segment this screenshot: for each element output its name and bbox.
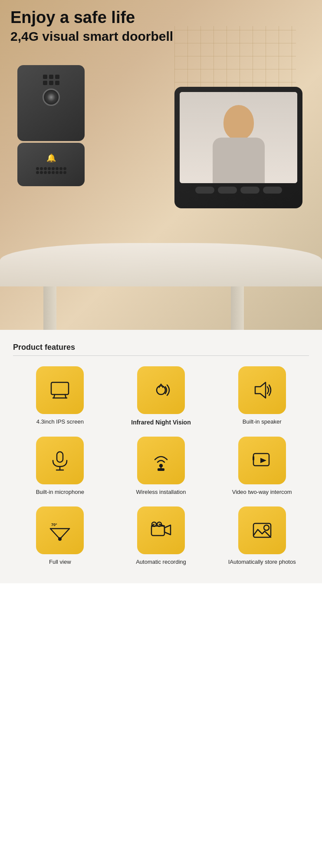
feature-recording: Automatic recording (114, 506, 208, 566)
features-grid: 4.3inch IPS screen Infrared Night Vision (13, 366, 309, 566)
table-surface (0, 243, 322, 286)
svg-rect-11 (158, 468, 164, 471)
svg-marker-5 (255, 382, 266, 398)
spk-dot (44, 167, 47, 170)
dot-2 (49, 75, 53, 79)
doorbell-camera-unit (17, 65, 85, 141)
table-leg-left (43, 286, 56, 330)
wireless-icon (150, 449, 172, 472)
monitor-screen (180, 92, 297, 183)
feature-icon-photos (238, 506, 286, 554)
doorbell-speaker-unit: 🔔 (17, 143, 85, 186)
dot-3 (55, 75, 59, 79)
svg-text:70°: 70° (51, 523, 57, 527)
monitor-btn-2 (218, 187, 237, 194)
person-head (223, 105, 254, 140)
feature-label-ips-screen: 4.3inch IPS screen (36, 418, 84, 426)
svg-rect-0 (51, 382, 69, 395)
dot-5 (49, 81, 53, 85)
feature-photos: IAutomatically store photos (215, 506, 309, 566)
feature-label-microphone: Built-in microphone (36, 489, 84, 496)
svg-point-27 (264, 525, 269, 530)
doorbell-bell-icon: 🔔 (46, 153, 56, 163)
feature-intercom: Video two-way intercom (215, 437, 309, 496)
feature-label-full-view: Full view (49, 559, 71, 566)
spk-dot (48, 171, 51, 174)
spk-dot (36, 171, 39, 174)
doorbell-speaker-grid (34, 165, 68, 176)
monitor-icon (49, 379, 71, 401)
features-title: Product features (13, 343, 309, 356)
spk-dot (63, 171, 66, 174)
feature-speaker: Built-in speaker (215, 366, 309, 426)
svg-marker-13 (260, 458, 266, 463)
spk-dot (52, 171, 55, 174)
dot-6 (55, 81, 59, 85)
spk-dot (48, 167, 51, 170)
monitor-btn-4 (263, 187, 282, 194)
spk-dot (63, 167, 66, 170)
hero-title-line2: 2,4G visual smart doorbell (10, 28, 173, 45)
monitor-device (174, 87, 309, 208)
monitor-person-display (180, 92, 297, 183)
spk-dot (59, 171, 62, 174)
doorbell-device: 🔔 (17, 65, 91, 186)
spk-dot (40, 171, 43, 174)
feature-icon-microphone (36, 437, 84, 484)
feature-wireless: Wireless installation (114, 437, 208, 496)
dot-4 (43, 81, 47, 85)
night-vision-icon (150, 379, 172, 401)
spk-dot (44, 171, 47, 174)
feature-label-night-vision: Infrared Night Vision (131, 418, 191, 426)
svg-line-17 (60, 529, 69, 539)
svg-rect-20 (151, 526, 164, 536)
hero-title: Enjoy a safe life 2,4G visual smart door… (10, 8, 173, 45)
feature-label-wireless: Wireless installation (136, 489, 186, 496)
monitor-buttons (180, 187, 297, 194)
monitor-btn-3 (240, 187, 260, 194)
feature-icon-full-view: 70° (36, 506, 84, 554)
monitor-body (174, 87, 302, 208)
feature-ips-screen: 4.3inch IPS screen (13, 366, 107, 426)
svg-rect-14 (253, 456, 254, 460)
features-section: Product features 4.3inch IPS screen (0, 330, 322, 583)
hero-title-line1: Enjoy a safe life (10, 8, 173, 28)
feature-label-speaker: Built-in speaker (243, 418, 282, 426)
feature-microphone: Built-in microphone (13, 437, 107, 496)
spk-dot (36, 167, 39, 170)
table-leg-right (231, 286, 244, 330)
dot-1 (43, 75, 47, 79)
recording-icon (150, 519, 172, 542)
intercom-icon (251, 449, 273, 472)
spk-dot (56, 167, 59, 170)
feature-icon-speaker (238, 366, 286, 414)
spk-dot (52, 167, 55, 170)
feature-full-view: 70° Full view (13, 506, 107, 566)
feature-icon-intercom (238, 437, 286, 484)
spk-dot (56, 171, 59, 174)
svg-point-4 (157, 386, 165, 395)
spk-dot (40, 167, 43, 170)
full-view-icon: 70° (49, 519, 71, 542)
svg-rect-6 (57, 452, 63, 462)
feature-label-intercom: Video two-way intercom (232, 489, 292, 496)
person-body (213, 138, 265, 183)
feature-icon-wireless (137, 437, 185, 484)
feature-icon-ips-screen (36, 366, 84, 414)
doorbell-dot-grid (43, 75, 59, 85)
microphone-icon (49, 449, 71, 472)
feature-icon-recording (137, 506, 185, 554)
feature-night-vision: Infrared Night Vision (114, 366, 208, 426)
feature-icon-night-vision (137, 366, 185, 414)
svg-line-16 (50, 529, 60, 539)
speaker-icon (251, 379, 273, 401)
monitor-btn-1 (195, 187, 214, 194)
feature-label-recording: Automatic recording (136, 559, 186, 566)
doorbell-camera-lens (43, 89, 60, 106)
photos-icon (251, 519, 273, 542)
svg-marker-25 (164, 525, 171, 535)
svg-point-19 (58, 537, 62, 541)
hero-section: Enjoy a safe life 2,4G visual smart door… (0, 0, 322, 330)
spk-dot (59, 167, 62, 170)
feature-label-photos: IAutomatically store photos (228, 559, 296, 566)
